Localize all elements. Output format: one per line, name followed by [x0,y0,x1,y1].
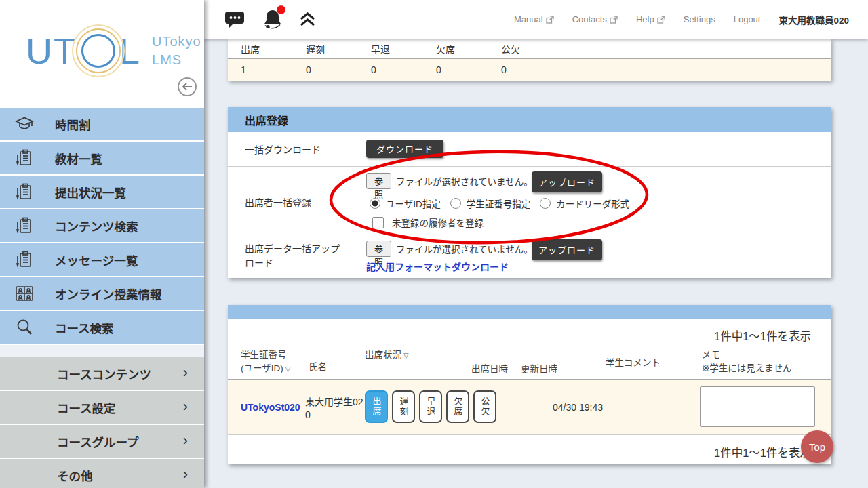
register-unenrolled-checkbox-row[interactable]: 未登録の履修者を登録 [372,216,484,229]
browse-file-button[interactable]: 参照 [366,173,391,189]
utol-lms-page: Manual Contacts Help Settings Logout 東大用… [0,0,868,488]
graduation-cap-icon [14,114,35,134]
student-attendance-table: 1件中1〜1件を表示 学生証番号 (ユーザID)▽ 氏名 出席状況▽ 出席日時 … [228,305,831,464]
browse-file-button[interactable]: 参照 [366,241,391,257]
radio-card-reader[interactable]: カードリーダ形式 [540,197,629,210]
utol-logo[interactable]: U T L UTokyo LMS [26,33,201,69]
logged-in-user-name: 東大用教職員020 [778,13,849,26]
logo-subtitle-line1: UTokyo [152,33,201,51]
column-memo: メモ ※学生には見えません [702,348,791,376]
no-file-selected-text: ファイルが選択されていません。 [396,242,533,256]
logout-link[interactable]: Logout [734,14,761,24]
section-title: 出席登録 [228,107,831,132]
memo-textarea[interactable] [700,386,815,427]
column-attend-time: 出席日時 [471,363,508,376]
summary-value-late: 0 [293,64,358,75]
student-id-link[interactable]: UTokyoSt020 [241,402,300,413]
settings-label: Settings [684,14,715,24]
arrow-left-icon [182,82,193,92]
chevron-right-icon: › [183,364,188,382]
radio-user-id[interactable]: ユーザID指定 [370,197,441,210]
clipboard-icon [14,249,35,270]
sidebar-section-divider [0,345,204,357]
sidebar-item-label: 教材一覧 [55,150,102,167]
summary-col-absent: 欠席 [423,42,488,56]
column-student-comment: 学生コメント [606,357,660,370]
file-select-row: 参照 ファイルが選択されていません。 [366,173,533,189]
update-timestamp: 04/30 19:43 [553,402,603,413]
sidebar-item-label: コース設定 [57,399,116,416]
logo-letter-u: U [26,33,54,69]
radio-label: 学生証番号指定 [467,197,531,210]
sidebar-item-content-search[interactable]: コンテンツ検索 [0,209,204,243]
contacts-link[interactable]: Contacts [572,14,618,24]
help-link[interactable]: Help [636,14,665,24]
sidebar-item-timetable[interactable]: 時間割 [0,108,204,142]
logo-area: U T L UTokyo LMS [0,0,204,108]
sidebar-item-other[interactable]: その他 › [0,459,204,488]
logout-label: Logout [734,14,761,24]
sidebar-collapse-button[interactable] [178,77,197,96]
manual-link[interactable]: Manual [514,14,554,24]
status-button-present[interactable]: 出席 [365,390,388,423]
upload-button[interactable]: アップロード [532,171,602,192]
radio-button-icon[interactable] [540,198,551,209]
radio-label: カードリーダ形式 [556,197,629,210]
logo-letter-o [81,34,115,68]
chevron-right-icon: › [183,466,188,483]
pagination-info-bottom: 1件中1〜1件を表示 [228,435,831,464]
download-button[interactable]: ダウンロード [366,140,443,158]
column-attendance-status[interactable]: 出席状況▽ [365,348,409,362]
clipboard-icon [14,216,35,236]
messages-icon[interactable] [224,11,245,28]
column-note: ※学生には見えません [702,363,791,373]
status-button-left-early[interactable]: 早退 [419,390,442,423]
sidebar-item-course-contents[interactable]: コースコンテンツ › [0,357,204,391]
summary-col-left-early: 早退 [358,42,423,56]
status-button-excused[interactable]: 公欠 [473,390,496,423]
pagination-info-top: 1件中1〜1件を表示 [228,319,831,342]
sidebar-item-online-class-info[interactable]: オンライン授業情報 [0,277,204,311]
attendance-register-section: 出席登録 一括ダウンロード ダウンロード 出席者一括登録 参照 ファイルが選択さ… [228,107,831,278]
search-icon [14,317,35,338]
column-label: 学生証番号 [241,350,287,360]
column-label: 出席状況 [365,350,401,360]
status-button-absent[interactable]: 欠席 [446,390,469,423]
sidebar-item-course-search[interactable]: コース検索 [0,311,204,345]
notifications-bell-icon[interactable] [262,8,283,31]
video-grid-icon [14,283,35,304]
sidebar-item-label: 提出状況一覧 [55,184,126,201]
collapse-double-chevron-icon[interactable] [300,12,315,26]
status-button-late[interactable]: 遅刻 [392,390,415,423]
table-column-headers: 学生証番号 (ユーザID)▽ 氏名 出席状況▽ 出席日時 更新日時 学生コメント… [228,342,831,380]
sidebar-item-label: その他 [57,467,93,484]
radio-button-icon[interactable] [450,198,461,209]
settings-link[interactable]: Settings [684,14,715,24]
upload-button[interactable]: アップロード [532,239,602,260]
radio-button-icon[interactable] [370,198,380,209]
sidebar-item-submission-status[interactable]: 提出状況一覧 [0,176,204,209]
contacts-label: Contacts [572,14,607,24]
column-label: (ユーザID) [241,363,283,373]
chevron-right-icon: › [183,398,188,415]
student-row: UTokyoSt020 東大用学生020 出席 遅刻 早退 欠席 公欠 04/3… [228,380,831,435]
format-download-link[interactable]: 記入用フォーマットダウンロード [366,260,509,273]
notification-badge-dot [277,5,285,14]
checkbox-icon[interactable] [372,217,384,228]
sidebar-item-course-settings[interactable]: コース設定 › [0,391,204,425]
attendance-data-upload-row: 出席データ一括アップロード 参照 ファイルが選択されていません。 アップロード … [228,235,831,278]
sidebar-item-materials[interactable]: 教材一覧 [0,142,204,176]
sidebar-item-course-group[interactable]: コースグループ › [0,425,204,459]
back-to-top-button[interactable]: Top [801,430,833,463]
sort-triangle-icon: ▽ [285,365,291,373]
topbar-menu: Manual Contacts Help Settings Logout 東大用… [514,13,868,26]
external-link-icon [546,16,554,24]
logo-subtitle-line2: LMS [152,51,201,69]
summary-header-row: 出席 遅刻 早退 欠席 公欠 [228,39,831,59]
sidebar-item-label: コース検索 [55,319,114,336]
column-student-number[interactable]: 学生証番号 (ユーザID)▽ [241,348,290,376]
top-bar: Manual Contacts Help Settings Logout 東大用… [204,0,868,39]
sidebar-item-messages[interactable]: メッセージ一覧 [0,243,204,277]
external-link-icon [610,16,618,24]
radio-student-number[interactable]: 学生証番号指定 [450,197,531,210]
